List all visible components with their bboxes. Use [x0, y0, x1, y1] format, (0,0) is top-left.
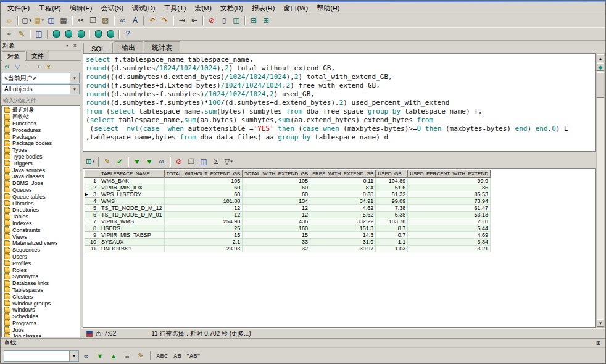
table-row[interactable]: 9VIPIIR_MIS_TABSP151514.30.74.69	[85, 232, 491, 239]
tree-item-job-classes[interactable]: Job classes	[2, 333, 80, 337]
table-cell[interactable]: SYSAUX	[99, 239, 165, 246]
tree-item-clusters[interactable]: Clusters	[2, 293, 80, 300]
column-header-total-without-extend-gb[interactable]: TOTAL_WITHOUT_EXTEND_GB	[164, 170, 243, 178]
tree-item-directories[interactable]: Directories	[2, 207, 80, 213]
replace-button[interactable]: A	[129, 15, 141, 26]
table-cell[interactable]: 160	[243, 225, 310, 232]
table-cell[interactable]: 60	[164, 191, 243, 198]
print-button[interactable]: ▦	[57, 15, 70, 26]
table-cell[interactable]: 99.09	[376, 198, 408, 205]
table-cell[interactable]: TS_TD_NODE_D_M_01	[99, 212, 165, 218]
tree-item-package-bodies[interactable]: Package bodies	[2, 140, 80, 147]
split-editor-icon[interactable]: ◆	[597, 63, 604, 71]
tree-item-indexes[interactable]: Indexes	[2, 220, 80, 227]
tab-files[interactable]: 文件	[26, 51, 49, 60]
save-button[interactable]: ◫	[45, 15, 57, 26]
menu-item-1[interactable]: 工程(P)	[34, 2, 65, 14]
tree-item-tablespaces[interactable]: Tablespaces	[2, 287, 80, 294]
undo-button[interactable]: ↶	[146, 15, 159, 26]
table-row[interactable]: 4WMS101.8813434.9199.0973.94	[85, 198, 491, 205]
menu-item-8[interactable]: 报表(R)	[247, 2, 279, 14]
outdent-button[interactable]: ⇤	[188, 15, 201, 26]
collapse-all-button[interactable]: −	[23, 62, 33, 72]
table-row[interactable]: 8USERS25160151.38.75.44	[85, 225, 491, 232]
scrollbar-thumb[interactable]	[597, 72, 604, 98]
table-cell[interactable]: 33	[243, 239, 310, 246]
pen-button[interactable]: ✎	[15, 28, 28, 39]
table-cell[interactable]: 61.47	[408, 205, 491, 212]
table-cell[interactable]: 12	[243, 205, 310, 212]
tree-item-triggers[interactable]: Triggers	[2, 160, 80, 167]
table-row[interactable]: 6TS_TD_NODE_D_M_0112125.626.3853.13	[85, 212, 491, 218]
scroll-down-icon[interactable]: ▼	[597, 319, 604, 327]
indent-button[interactable]: ⇥	[176, 15, 188, 26]
column-header-total-with-extend-gb[interactable]: TOTAL_WITH_EXTEND_GB	[243, 170, 310, 178]
table-cell[interactable]: 5.62	[310, 212, 376, 218]
table-cell[interactable]: 8.4	[310, 184, 376, 191]
cascade-windows-button[interactable]: ⊞	[247, 15, 260, 26]
table-cell[interactable]: 60	[164, 184, 243, 191]
regex-button[interactable]: "AB"	[185, 350, 202, 362]
table-cell[interactable]: 104.89	[376, 178, 408, 184]
find-down-button[interactable]: ▼	[94, 350, 106, 362]
table-cell[interactable]: 254.98	[164, 218, 243, 225]
column-header-used-gb[interactable]: USED_GB	[376, 170, 408, 178]
tree-item-dbms-jobs[interactable]: DBMS_Jobs	[2, 180, 80, 187]
tree-item-jobs[interactable]: Jobs	[2, 326, 80, 333]
table-cell[interactable]: WMS_BAK	[99, 178, 165, 184]
tile-windows-button[interactable]: ⊞	[260, 15, 272, 26]
document-button[interactable]: ▯	[218, 15, 230, 26]
scope-dropdown[interactable]: All objects ▾	[2, 84, 80, 94]
table-cell[interactable]: USERS	[99, 225, 165, 232]
table-cell[interactable]: 12	[164, 212, 243, 218]
fetch-all-button[interactable]: ▼	[143, 156, 156, 167]
table-row[interactable]: 2VIPIIR_MIS_IDX60608.451.686	[85, 184, 491, 191]
highlight-button[interactable]: ≡	[121, 350, 133, 362]
zoom-button[interactable]: ⌖	[3, 28, 15, 39]
table-cell[interactable]: 8.7	[376, 225, 408, 232]
tab-sql[interactable]: SQL	[83, 43, 113, 53]
column-header-free-with-extend-gb[interactable]: FREE_WITH_EXTEND_GB	[310, 170, 376, 178]
tree-item-libraries[interactable]: Libraries	[2, 200, 80, 207]
menu-item-9[interactable]: 窗口(W)	[279, 2, 312, 14]
find-search-button[interactable]: ∞	[80, 350, 93, 362]
table-cell[interactable]: 105	[243, 178, 310, 184]
table-row[interactable]: 7VIPIIR_WMS254.98436332.22103.7823.8	[85, 218, 491, 225]
table-cell[interactable]: 99.9	[408, 178, 491, 184]
table-cell[interactable]: 0.7	[376, 232, 408, 239]
table-cell[interactable]: 15	[243, 232, 310, 239]
table-cell[interactable]: VIPIIR_WMS	[99, 218, 165, 225]
tree-item-constraints[interactable]: Constraints	[2, 226, 80, 233]
tree-item-profiles[interactable]: Profiles	[2, 260, 80, 267]
browser-filter-input[interactable]	[2, 96, 80, 105]
table-cell[interactable]: 101.88	[164, 198, 243, 205]
tree-item-schedules[interactable]: Schedules	[2, 313, 80, 320]
paste-button[interactable]: ▨	[99, 15, 112, 26]
table-cell[interactable]: 15	[164, 232, 243, 239]
tree-item-synonyms[interactable]: Synonyms	[2, 273, 80, 280]
table-cell[interactable]: 151.3	[310, 225, 376, 232]
help-button[interactable]: ?	[122, 28, 134, 39]
tree-item-tables[interactable]: Tables	[2, 213, 80, 220]
column-header-tablespace-name[interactable]: TABLESPACE_NAME	[99, 170, 165, 178]
table-cell[interactable]: 34.91	[310, 198, 376, 205]
tree-item-queue-tables[interactable]: Queue tables	[2, 193, 80, 200]
tree-item-sequences[interactable]: Sequences	[2, 247, 80, 254]
save-results-button[interactable]: ◫	[197, 156, 210, 167]
table-cell[interactable]: 31.9	[310, 239, 376, 246]
table-cell[interactable]: 436	[243, 218, 310, 225]
table-row[interactable]: 10SYSAUX2.13331.91.13.34	[85, 239, 491, 246]
close-panel-icon[interactable]: ×	[71, 42, 79, 49]
sum-button[interactable]: Σ	[210, 156, 222, 167]
table-cell[interactable]: 1.03	[376, 246, 408, 252]
table-cell[interactable]: 105	[164, 178, 243, 184]
table-cell[interactable]: 86	[408, 184, 491, 191]
tab-output[interactable]: 输出	[114, 41, 143, 53]
menu-item-10[interactable]: 帮助(H)	[312, 2, 344, 14]
find-button[interactable]: ∞	[117, 15, 129, 26]
tree-item-window-groups[interactable]: Window groups	[2, 300, 80, 307]
edit-data-button[interactable]: ✎	[101, 156, 114, 167]
new-session-button[interactable]	[50, 28, 62, 39]
tree-item-views[interactable]: Views	[2, 233, 80, 240]
export-button[interactable]: ❐	[185, 156, 197, 167]
